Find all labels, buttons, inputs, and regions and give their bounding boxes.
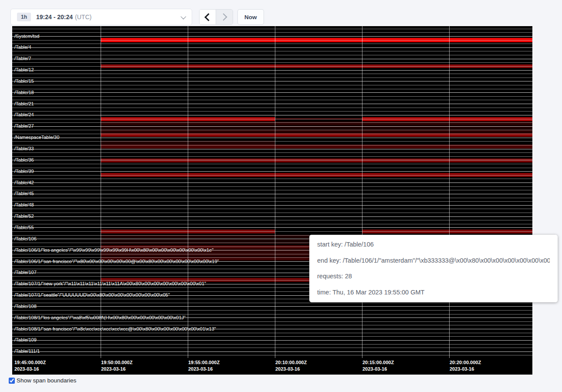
time-tick-label: 20:10:00.000Z2023-03-16 xyxy=(275,359,307,372)
span-boundary-line xyxy=(12,179,532,179)
row-label: /Table/12 xyxy=(14,67,34,73)
span-boundary-line xyxy=(12,186,532,187)
heat-band[interactable] xyxy=(101,159,532,162)
span-boundary-line xyxy=(12,303,532,303)
row-label: /Table/108/1/"san francisco"/"\x8c\xcc\x… xyxy=(14,326,216,332)
key-visualizer-page: 1h 19:24 - 20:24 (UTC) Now /System/tsd/T… xyxy=(0,0,562,392)
span-boundary-line xyxy=(12,40,532,41)
span-boundary-line xyxy=(12,168,532,168)
time-grid-line xyxy=(362,26,362,358)
span-boundary-line xyxy=(12,224,532,224)
span-boundary-line xyxy=(12,134,532,134)
row-label: /Table/107/1/"seattle"/"UUUUUUD\x00\x80\… xyxy=(14,292,170,298)
row-label: /Table/55 xyxy=(14,225,34,230)
row-label: /Table/109 xyxy=(14,337,37,343)
span-boundary-line xyxy=(12,92,532,93)
span-boundary-line xyxy=(12,36,532,37)
span-boundaries-control: Show span boundaries xyxy=(9,377,76,384)
row-label: /Table/21 xyxy=(14,101,34,107)
row-label: /Table/39 xyxy=(14,169,34,174)
span-boundary-line xyxy=(12,182,532,183)
span-boundary-line xyxy=(12,141,532,142)
next-time-button[interactable] xyxy=(216,10,233,24)
tooltip-time: time: Thu, 16 Mar 2023 19:55:00 GMT xyxy=(317,288,550,297)
time-grid-line xyxy=(188,26,188,358)
span-boundary-line xyxy=(12,333,532,333)
time-grid-line xyxy=(101,26,101,358)
row-label: /Table/106/1/"los angeles"/"\x99\x99\x99… xyxy=(14,247,213,253)
row-label: /Table/18 xyxy=(14,90,34,95)
span-boundary-line xyxy=(12,194,532,194)
span-boundary-line xyxy=(12,171,532,172)
span-boundary-line xyxy=(12,81,532,81)
row-label: /Table/42 xyxy=(14,180,34,186)
span-boundary-line xyxy=(12,348,532,348)
row-label: /Table/48 xyxy=(14,202,34,208)
span-boundary-line xyxy=(12,156,532,157)
time-range-selector[interactable]: 1h 19:24 - 20:24 (UTC) xyxy=(10,9,192,25)
row-label: /Table/4 xyxy=(14,44,31,50)
row-label: /Table/108 xyxy=(14,304,37,309)
tooltip-end-key: end key: /Table/106/1/"amsterdam"/"\xb33… xyxy=(317,257,550,265)
row-label: /Table/33 xyxy=(14,146,34,152)
span-boundary-line xyxy=(12,100,532,100)
span-boundary-line xyxy=(12,96,532,97)
span-boundary-line xyxy=(12,70,532,71)
show-span-boundaries-checkbox[interactable] xyxy=(9,378,15,384)
chevron-right-icon xyxy=(220,14,227,21)
time-grid-line xyxy=(275,26,275,358)
row-label: /Table/27 xyxy=(14,123,34,129)
span-boundary-line xyxy=(12,47,532,48)
row-label: /Table/24 xyxy=(14,112,34,118)
span-boundary-line xyxy=(12,231,532,232)
row-label: /Table/7 xyxy=(14,56,31,61)
show-span-boundaries-label[interactable]: Show span boundaries xyxy=(17,377,76,384)
span-boundary-line xyxy=(12,160,532,160)
span-boundary-line xyxy=(12,314,532,314)
span-boundary-line xyxy=(12,336,532,337)
span-boundary-line xyxy=(12,310,532,311)
span-boundary-line xyxy=(12,122,532,123)
time-tick-label: 19:45:00.000Z2023-03-16 xyxy=(14,359,46,372)
row-label: /Table/45 xyxy=(14,191,34,196)
span-boundary-line xyxy=(12,220,532,220)
span-boundary-line xyxy=(12,175,532,176)
span-boundary-line xyxy=(12,351,532,352)
time-tick-label: 20:20:00.000Z2023-03-16 xyxy=(450,359,481,372)
span-boundary-line xyxy=(12,108,532,108)
row-label: /NamespaceTable/30 xyxy=(14,135,59,140)
span-boundary-line xyxy=(12,59,532,59)
span-boundary-line xyxy=(12,205,532,206)
row-label: /Table/106/1/"san francisco"/"\x80\x00\x… xyxy=(14,259,219,264)
span-boundary-line xyxy=(12,340,532,341)
row-label: /Table/107 xyxy=(14,270,37,275)
span-boundary-line xyxy=(12,152,532,153)
span-boundary-line xyxy=(12,130,532,130)
key-visualizer-canvas[interactable]: /System/tsd/Table/4/Table/7/Table/12/Tab… xyxy=(12,26,532,375)
span-boundary-line xyxy=(12,325,532,325)
span-boundary-line xyxy=(12,51,532,51)
heat-band[interactable] xyxy=(101,239,309,244)
span-boundary-line xyxy=(12,145,532,145)
span-boundary-line xyxy=(12,29,532,29)
chevron-left-icon xyxy=(204,13,212,21)
now-button[interactable]: Now xyxy=(237,9,264,25)
span-boundary-line xyxy=(12,164,532,164)
span-boundary-line xyxy=(12,216,532,217)
span-boundary-line xyxy=(12,198,532,198)
span-boundary-line xyxy=(12,190,532,190)
time-tick-label: 20:15:00.000Z2023-03-16 xyxy=(362,359,394,372)
range-timezone: (UTC) xyxy=(75,14,91,20)
span-boundary-line xyxy=(12,104,532,104)
row-label: /Table/107/1/"new york"/"\x11\x11\x11\x1… xyxy=(14,281,206,287)
row-label: /Table/106 xyxy=(14,236,37,242)
prev-time-button[interactable] xyxy=(200,10,216,24)
span-boundary-line xyxy=(12,227,532,228)
span-boundary-line xyxy=(12,126,532,127)
time-grid-line xyxy=(449,26,450,358)
cell-tooltip: start key: /Table/106 end key: /Table/10… xyxy=(309,235,558,302)
range-duration-badge: 1h xyxy=(17,13,31,21)
time-tick-label: 19:50:00.000Z2023-03-16 xyxy=(101,359,132,372)
span-boundary-line xyxy=(12,115,532,115)
span-boundary-line xyxy=(12,89,532,89)
